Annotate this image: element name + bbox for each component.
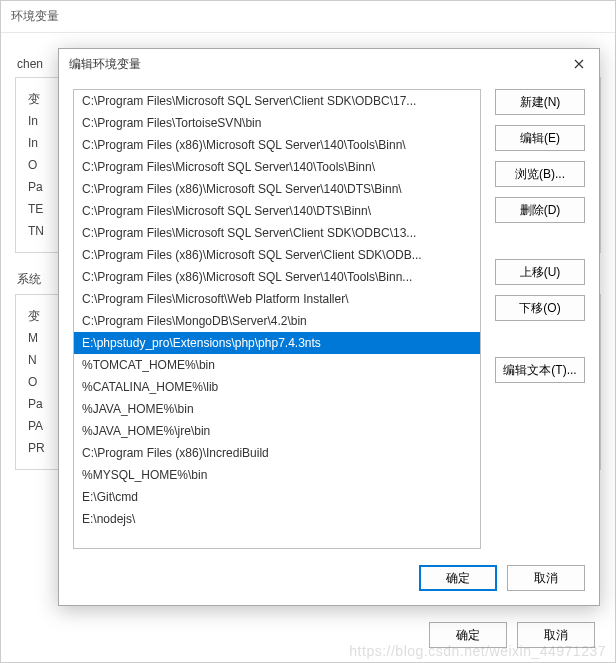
list-item[interactable]: %CATALINA_HOME%\lib <box>74 376 480 398</box>
modal-title: 编辑环境变量 <box>69 56 141 73</box>
list-item[interactable]: C:\Program Files\Microsoft SQL Server\Cl… <box>74 90 480 112</box>
parent-footer: 确定 取消 <box>429 622 595 648</box>
delete-button[interactable]: 删除(D) <box>495 197 585 223</box>
modal-body: C:\Program Files\Microsoft SQL Server\Cl… <box>59 79 599 555</box>
list-item[interactable]: C:\Program Files (x86)\IncrediBuild <box>74 442 480 464</box>
modal-cancel-button[interactable]: 取消 <box>507 565 585 591</box>
list-item[interactable]: C:\Program Files (x86)\Microsoft SQL Ser… <box>74 266 480 288</box>
list-item[interactable]: C:\Program Files\Microsoft SQL Server\Cl… <box>74 222 480 244</box>
side-buttons: 新建(N) 编辑(E) 浏览(B)... 删除(D) 上移(U) 下移(O) 编… <box>495 89 585 549</box>
modal-footer: 确定 取消 <box>59 555 599 605</box>
edit-button[interactable]: 编辑(E) <box>495 125 585 151</box>
parent-cancel-button[interactable]: 取消 <box>517 622 595 648</box>
browse-button[interactable]: 浏览(B)... <box>495 161 585 187</box>
list-item[interactable]: %TOMCAT_HOME%\bin <box>74 354 480 376</box>
list-item[interactable]: C:\Program Files\Microsoft SQL Server\14… <box>74 156 480 178</box>
edit-env-var-dialog: 编辑环境变量 C:\Program Files\Microsoft SQL Se… <box>58 48 600 606</box>
list-item[interactable]: C:\Program Files\Microsoft\Web Platform … <box>74 288 480 310</box>
list-item[interactable]: %JAVA_HOME%\bin <box>74 398 480 420</box>
path-listbox[interactable]: C:\Program Files\Microsoft SQL Server\Cl… <box>73 89 481 549</box>
modal-titlebar: 编辑环境变量 <box>59 49 599 79</box>
new-button[interactable]: 新建(N) <box>495 89 585 115</box>
modal-ok-button[interactable]: 确定 <box>419 565 497 591</box>
list-item[interactable]: C:\Program Files\TortoiseSVN\bin <box>74 112 480 134</box>
list-item[interactable]: C:\Program Files (x86)\Microsoft SQL Ser… <box>74 244 480 266</box>
close-icon[interactable] <box>567 52 591 76</box>
list-item[interactable]: %JAVA_HOME%\jre\bin <box>74 420 480 442</box>
list-item[interactable]: C:\Program Files\Microsoft SQL Server\14… <box>74 200 480 222</box>
list-item[interactable]: C:\Program Files (x86)\Microsoft SQL Ser… <box>74 134 480 156</box>
list-item[interactable]: E:\nodejs\ <box>74 508 480 530</box>
edit-text-button[interactable]: 编辑文本(T)... <box>495 357 585 383</box>
list-item[interactable]: %MYSQL_HOME%\bin <box>74 464 480 486</box>
list-item[interactable]: C:\Program Files (x86)\Microsoft SQL Ser… <box>74 178 480 200</box>
list-item[interactable]: E:\Git\cmd <box>74 486 480 508</box>
list-item[interactable]: E:\phpstudy_pro\Extensions\php\php7.4.3n… <box>74 332 480 354</box>
parent-title: 环境变量 <box>11 8 59 25</box>
list-item[interactable]: C:\Program Files\MongoDB\Server\4.2\bin <box>74 310 480 332</box>
move-down-button[interactable]: 下移(O) <box>495 295 585 321</box>
move-up-button[interactable]: 上移(U) <box>495 259 585 285</box>
parent-titlebar: 环境变量 <box>1 1 615 33</box>
parent-ok-button[interactable]: 确定 <box>429 622 507 648</box>
